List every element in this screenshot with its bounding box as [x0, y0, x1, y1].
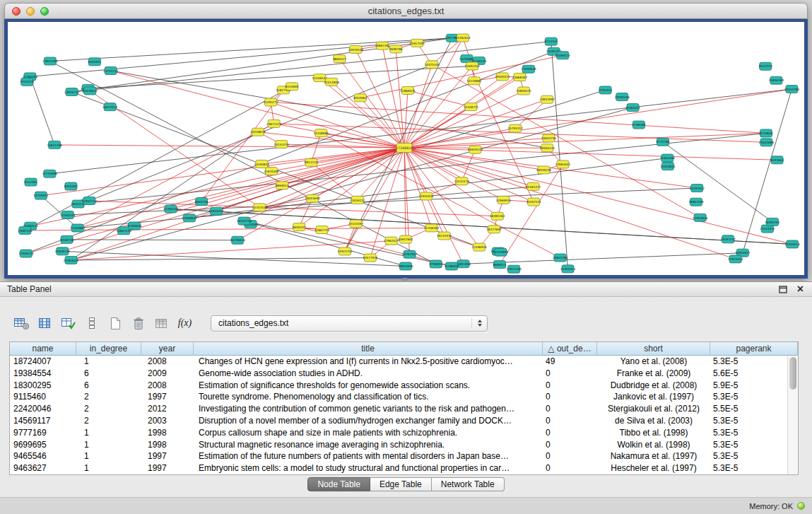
graph-node[interactable]: 10637601 — [398, 235, 413, 243]
graph-node[interactable]: 24816710 — [64, 88, 80, 96]
citation-edge[interactable] — [89, 201, 497, 216]
column-settings-icon[interactable] — [13, 315, 30, 332]
graph-node[interactable]: 12550159 — [60, 211, 76, 218]
citation-edge[interactable] — [111, 71, 404, 148]
graph-node[interactable]: 9714431 — [544, 37, 558, 45]
graph-node[interactable]: 15346547 — [312, 74, 328, 82]
graph-node[interactable]: 10806369 — [769, 76, 784, 84]
graph-node[interactable]: 22496926 — [471, 243, 487, 251]
graph-node[interactable]: 16542726 — [237, 217, 252, 225]
citation-edge[interactable] — [259, 148, 404, 207]
citation-edge[interactable] — [408, 90, 471, 107]
graph-node[interactable]: 15108685 — [314, 129, 329, 137]
graph-node[interactable]: 10258628 — [250, 128, 266, 136]
citation-edge[interactable] — [663, 142, 772, 222]
graph-node[interactable]: 10405913 — [560, 265, 576, 273]
graph-node[interactable]: 12868476 — [400, 86, 416, 94]
table-selector-dropdown[interactable]: citations_edges.txt — [211, 315, 488, 332]
graph-node[interactable]: 20090296 — [615, 93, 630, 101]
graph-node[interactable]: 21692355 — [464, 62, 480, 70]
graph-node[interactable]: 8543743 — [759, 62, 772, 70]
citation-edge[interactable] — [331, 82, 404, 148]
citation-edge[interactable] — [404, 148, 777, 160]
graph-node[interactable]: 8910064 — [354, 94, 367, 102]
graph-node[interactable]: 13256866 — [459, 54, 475, 62]
graph-node[interactable]: 17684401 — [555, 160, 571, 168]
citation-edge[interactable] — [404, 66, 472, 148]
graph-node[interactable]: 14856575 — [516, 87, 531, 95]
table-scrollbar[interactable] — [787, 356, 798, 474]
edit-columns-icon[interactable] — [59, 315, 77, 332]
column-header-pagerank[interactable]: pagerank — [710, 342, 798, 356]
graph-node[interactable]: 8152061 — [24, 178, 37, 186]
column-header-in_degree[interactable]: in_degree — [76, 342, 141, 356]
graph-node[interactable]: 16020324 — [102, 103, 118, 111]
column-header-title[interactable]: title — [194, 342, 543, 356]
citation-edge[interactable] — [404, 64, 432, 148]
delete-table-icon[interactable] — [129, 315, 147, 332]
graph-node[interactable]: 23183372 — [526, 182, 541, 190]
graph-node[interactable]: 9593931 — [88, 58, 102, 66]
graph-node[interactable]: 18867381 — [375, 42, 390, 49]
graph-node[interactable]: 8219818 — [760, 129, 773, 137]
graph-node[interactable]: 10577930 — [363, 254, 378, 262]
graph-node[interactable]: 13159881 — [466, 77, 482, 85]
citation-edge[interactable] — [404, 148, 498, 216]
graph-node[interactable]: 24831997 — [539, 95, 555, 103]
table-row[interactable]: 1938455462009Genome-wide association stu… — [10, 368, 787, 380]
graph-node[interactable]: 21336387 — [424, 224, 440, 232]
citation-edge[interactable] — [404, 148, 697, 188]
graph-node[interactable]: 9699786 — [389, 45, 403, 53]
graph-node[interactable]: 21300887 — [70, 224, 86, 232]
graph-node[interactable]: 14705898 — [42, 170, 58, 177]
graph-node[interactable]: 24297612 — [690, 184, 705, 192]
graph-node[interactable]: 15040815 — [660, 163, 676, 170]
citation-edge[interactable] — [261, 148, 404, 164]
graph-node[interactable]: 15448771 — [464, 103, 479, 111]
citation-edge[interactable] — [515, 100, 547, 129]
citation-edge[interactable] — [71, 132, 258, 260]
graph-node[interactable]: 9768088 — [632, 121, 646, 129]
graph-node[interactable]: 18818006 — [398, 262, 413, 270]
scrollbar-thumb[interactable] — [789, 357, 796, 390]
graph-node[interactable]: 20810780 — [553, 254, 568, 262]
graph-node[interactable]: 18485163 — [490, 212, 505, 220]
graph-node[interactable]: 20267514 — [526, 198, 541, 206]
graph-node[interactable]: 15794317 — [508, 124, 524, 132]
column-header-out_degree[interactable]: △ out_de… — [543, 342, 597, 356]
graph-node[interactable]: 8869013 — [276, 182, 289, 189]
tab-edge-table[interactable]: Edge Table — [370, 477, 432, 491]
citation-edge[interactable] — [404, 148, 533, 187]
column-header-name[interactable]: name — [10, 342, 76, 356]
graph-node[interactable]: 18946134 — [540, 144, 555, 152]
window-close-button[interactable] — [12, 7, 20, 16]
graph-node[interactable]: 16296626 — [230, 236, 245, 244]
graph-node[interactable]: 23583639 — [64, 256, 79, 264]
graph-node[interactable]: 13709947 — [33, 192, 49, 199]
graph-node[interactable]: 20604756 — [541, 134, 557, 142]
function-builder-icon[interactable]: f(x) — [176, 315, 194, 332]
graph-node[interactable]: 15842298 — [47, 141, 62, 148]
graph-node[interactable]: 17945816 — [693, 214, 708, 221]
panel-resize-handle[interactable] — [402, 278, 408, 281]
graph-node[interactable]: 14260844 — [254, 160, 270, 168]
table-row[interactable]: 1872400712008Changes of HCN gene express… — [10, 356, 787, 368]
citation-edge[interactable] — [299, 199, 312, 227]
graph-node[interactable]: 23143597 — [348, 220, 364, 228]
graph-node[interactable]: 14182613 — [455, 34, 471, 42]
citation-edge[interactable] — [25, 228, 431, 230]
graph-node[interactable]: 23902580 — [42, 57, 58, 65]
table-row[interactable]: 911546021997Tourette syndrome. Phenomeno… — [10, 391, 787, 403]
graph-node[interactable]: 21641688 — [759, 139, 775, 146]
graph-node[interactable]: 8888325 — [493, 261, 507, 269]
graph-node[interactable]: 25955925 — [418, 192, 434, 200]
graph-node[interactable]: 17904119 — [18, 250, 34, 257]
graph-node[interactable]: 9008738 — [60, 235, 73, 243]
graph-node[interactable]: 12867754 — [314, 226, 330, 234]
graph-node[interactable]: 17940648 — [521, 65, 536, 73]
graph-node[interactable]: 25917595 — [410, 39, 425, 47]
graph-node[interactable]: 12266206 — [163, 205, 179, 213]
graph-node[interactable]: 8911210 — [305, 158, 318, 166]
graph-node[interactable]: 9659746 — [195, 198, 208, 206]
graph-node[interactable]: 9860527 — [333, 55, 346, 63]
